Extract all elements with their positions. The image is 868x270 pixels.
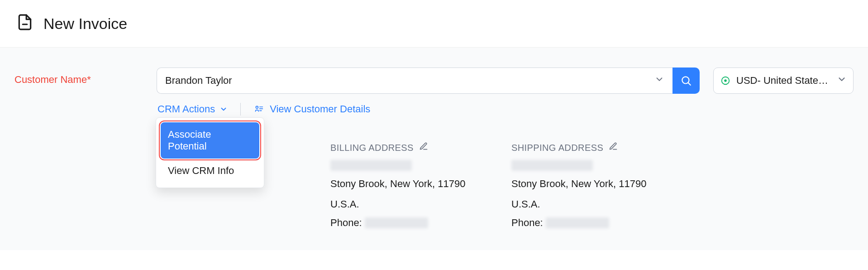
redacted-phone xyxy=(365,217,428,228)
billing-title: BILLING ADDRESS xyxy=(330,143,414,153)
redacted-line xyxy=(511,160,593,171)
billing-line3: U.S.A. xyxy=(330,197,480,212)
edit-billing-icon[interactable] xyxy=(419,142,428,154)
page-title: New Invoice xyxy=(43,15,127,33)
billing-phone-label: Phone: xyxy=(330,215,362,230)
customer-name-label: Customer Name* xyxy=(14,68,146,86)
customer-select-value: Brandon Taylor xyxy=(165,75,232,87)
redacted-line xyxy=(330,160,412,171)
svg-point-5 xyxy=(256,106,258,108)
view-details-label: View Customer Details xyxy=(270,103,370,115)
shipping-title: SHIPPING ADDRESS xyxy=(511,143,603,153)
currency-icon xyxy=(720,75,731,86)
chevron-down-icon xyxy=(837,74,847,87)
document-icon xyxy=(16,14,33,34)
currency-select[interactable]: USD- United States ... xyxy=(713,68,854,94)
form-area: Customer Name* Brandon Taylor xyxy=(0,48,868,250)
menu-item-view-crm-info[interactable]: View CRM Info xyxy=(161,159,259,183)
shipping-phone-label: Phone: xyxy=(511,215,543,230)
menu-item-associate-potential[interactable]: Associate Potential xyxy=(161,122,259,159)
redacted-phone xyxy=(546,217,609,228)
separator xyxy=(240,103,241,116)
page-header: New Invoice xyxy=(0,0,868,48)
shipping-line2: Stony Brook, New York, 11790 xyxy=(511,176,661,191)
crm-actions-menu: Associate Potential View CRM Info xyxy=(156,117,264,188)
edit-shipping-icon[interactable] xyxy=(609,142,618,154)
customer-select[interactable]: Brandon Taylor xyxy=(157,68,672,94)
shipping-address-block: SHIPPING ADDRESS Stony Brook, New York, … xyxy=(511,142,661,230)
billing-address-block: BILLING ADDRESS Stony Brook, New York, 1… xyxy=(330,142,480,230)
svg-line-2 xyxy=(688,83,691,85)
svg-point-4 xyxy=(724,79,727,82)
billing-line2: Stony Brook, New York, 11790 xyxy=(330,176,480,191)
view-customer-details-link[interactable]: View Customer Details xyxy=(253,103,370,115)
currency-value: USD- United States ... xyxy=(736,75,831,87)
shipping-line3: U.S.A. xyxy=(511,197,661,212)
customer-search-button[interactable] xyxy=(672,68,700,94)
crm-actions-dropdown[interactable]: CRM Actions xyxy=(157,103,228,115)
crm-actions-label: CRM Actions xyxy=(157,103,215,115)
chevron-down-icon xyxy=(654,74,664,87)
